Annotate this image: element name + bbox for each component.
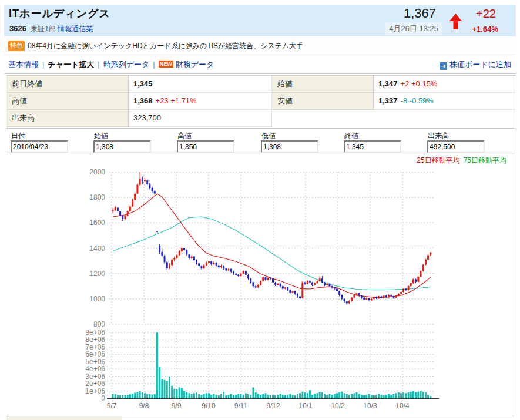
high-input[interactable]	[177, 140, 234, 153]
feature-row: 特色 08年4月に金融に強いインテックHDとカード系に強みのTISが経営統合、シ…	[4, 37, 516, 55]
change-text: +23 +1.71%	[156, 96, 197, 105]
company-name: ITホールディングス	[9, 6, 110, 21]
form-label-date: 日付	[11, 131, 25, 141]
legend-ma25: 25日移動平均	[417, 156, 459, 164]
tab-financial-data[interactable]: 財務データ	[176, 60, 214, 69]
summary-value: 1,347+2 +0.15%	[374, 76, 515, 93]
separator: |	[98, 60, 99, 69]
svg-text:9/9: 9/9	[172, 402, 182, 410]
volume-input[interactable]	[427, 140, 485, 153]
stock-page: ITホールディングス 3626 東証1部 情報通信業 1,367 4月26日 1…	[0, 0, 520, 420]
svg-text:10/1: 10/1	[298, 402, 313, 410]
svg-text:1400: 1400	[89, 244, 105, 253]
form-label-volume: 出来高	[428, 131, 449, 141]
summary-value: 323,700	[129, 110, 272, 127]
new-badge: NEW	[159, 61, 173, 68]
divider	[6, 154, 514, 154]
svg-text:9/12: 9/12	[266, 402, 280, 410]
feature-badge: 特色	[8, 41, 25, 51]
price-volume-chart: 9/79/89/99/109/119/1210/110/210/310/4200…	[6, 165, 514, 415]
stock-market: 東証1部	[31, 25, 56, 33]
sector-link[interactable]: 情報通信業	[58, 25, 93, 33]
summary-label: 前日終値	[6, 76, 129, 93]
summary-label: 出来高	[6, 110, 129, 127]
svg-text:1200: 1200	[89, 270, 105, 278]
form-label-low: 低値	[261, 131, 276, 141]
form-label-open: 始値	[94, 131, 108, 141]
svg-text:10/4: 10/4	[395, 402, 410, 410]
svg-text:10/3: 10/3	[363, 402, 377, 410]
svg-text:9/7: 9/7	[107, 402, 117, 410]
form-label-high: 高値	[177, 131, 192, 141]
next-table-partial	[6, 416, 123, 420]
svg-text:10/2: 10/2	[331, 402, 345, 410]
date-input[interactable]	[11, 140, 68, 153]
add-to-board-link[interactable]: 株価ボードに追加	[449, 60, 511, 69]
low-input[interactable]	[261, 140, 318, 153]
up-arrow-icon	[449, 14, 462, 32]
svg-text:1000: 1000	[89, 295, 105, 303]
nav-bar: 基本情報|チャート拡大|時系列データ|NEW財務データ ➜株価ボードに追加	[4, 55, 516, 74]
summary-label: 安値	[272, 93, 374, 110]
stock-code: 3626	[9, 24, 26, 33]
price-change: +22	[476, 7, 496, 21]
price-change-percent: +1.64%	[472, 25, 498, 33]
svg-text:2000: 2000	[89, 168, 105, 176]
arrow-right-icon: ➜	[440, 62, 447, 70]
chart-legend: 25日移動平均75日移動平均	[417, 156, 506, 166]
legend-ma75: 75日移動平均	[464, 156, 506, 164]
summary-value: 1,337-8 -0.59%	[374, 93, 515, 110]
summary-value: 1,368+23 +1.71%	[129, 93, 272, 110]
feature-text: 08年4月に金融に強いインテックHDとカード系に強みのTISが経営統合、システム…	[28, 41, 303, 51]
open-input[interactable]	[93, 140, 151, 153]
separator: |	[153, 60, 155, 69]
empty-cell	[374, 110, 515, 127]
chart-panel: 日付 始値 高値 低値 終値 出来高 25日移動平均75日移動平均 9/79/8…	[6, 128, 515, 416]
summary-label: 高値	[6, 93, 129, 110]
form-label-close: 終値	[344, 131, 358, 141]
stock-subline: 3626 東証1部 情報通信業	[9, 24, 93, 34]
svg-text:1800: 1800	[89, 193, 105, 201]
separator: |	[42, 60, 44, 69]
summary-label: 始値	[272, 76, 374, 93]
svg-text:9/10: 9/10	[202, 402, 216, 410]
svg-text:0: 0	[101, 394, 105, 402]
add-to-board[interactable]: ➜株価ボードに追加	[440, 59, 511, 70]
next-table-partial-line	[122, 416, 515, 420]
svg-text:1600: 1600	[89, 219, 105, 227]
summary-value: 1,345	[129, 76, 272, 93]
svg-text:9/11: 9/11	[234, 402, 248, 410]
empty-cell	[272, 110, 374, 127]
current-price: 1,367	[404, 6, 436, 21]
stock-header: ITホールディングス 3626 東証1部 情報通信業 1,367 4月26日 1…	[4, 5, 516, 36]
svg-text:9/8: 9/8	[139, 402, 149, 410]
change-text: -8 -0.59%	[401, 96, 434, 105]
svg-text:800: 800	[93, 320, 105, 328]
tab-basic-info[interactable]: 基本情報	[8, 60, 39, 69]
change-text: +2 +0.15%	[401, 79, 438, 88]
tab-time-series[interactable]: 時系列データ	[103, 60, 150, 69]
quote-summary-table: 前日終値 1,345 始値 1,347+2 +0.15% 高値 1,368+23…	[6, 75, 516, 127]
close-input[interactable]	[344, 140, 401, 153]
tab-chart-expand: チャート拡大	[48, 60, 94, 69]
quote-datetime: 4月26日 13:25	[385, 22, 442, 35]
